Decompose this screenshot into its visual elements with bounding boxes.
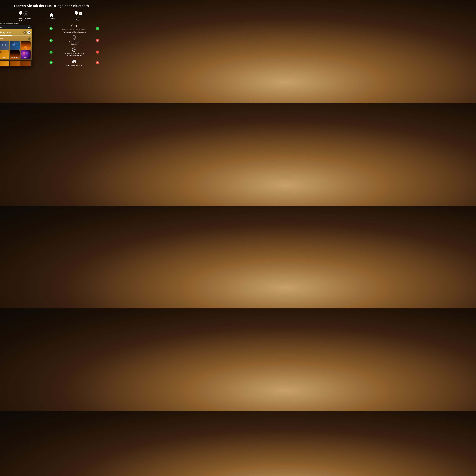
scene-card-relax[interactable]: ✏️ Relax: [0, 50, 9, 59]
svg-rect-26: [73, 36, 75, 39]
scene-card-tropical[interactable]: ··· Tropical Twilight: [10, 50, 20, 59]
svg-point-23: [72, 26, 72, 26]
scene-label-relax: Relax: [0, 57, 9, 59]
feature-left-check-1: [50, 27, 54, 30]
top-comparison: * Ganzes Haus und Außenbereich Reichweit…: [0, 11, 103, 22]
feature-center-1: Einfache Erstellung von Szenen mitder Ap…: [54, 24, 94, 33]
bt-cross-remote: [96, 61, 99, 64]
feature-left-check-3: [50, 51, 54, 54]
content-area: *Philips Hue Bridge separat erhältlich: [0, 23, 103, 88]
room-title: Living room: [0, 31, 11, 34]
scenes-grid: Read Concentrate: [0, 41, 31, 59]
svg-marker-9: [50, 13, 53, 17]
plug-icon: [72, 35, 76, 40]
lamp-icon: [18, 11, 23, 16]
feature-scene-creation: Einfache Erstellung von Szenen mitder Ap…: [50, 24, 99, 33]
feature-left-check-2: [50, 39, 54, 42]
bt-icons-row: [74, 11, 83, 16]
feature-desc-3: Einstellen von Routinen, Timernund Autom…: [64, 52, 85, 57]
scene-card-savannah[interactable]: Savannah Sunset: [20, 41, 31, 50]
room-controls: ···: [23, 31, 31, 34]
phone-frame: Living room ···: [0, 25, 32, 68]
bt-cross-accessories: [96, 39, 99, 42]
svg-rect-1: [20, 14, 21, 14]
svg-point-25: [76, 25, 77, 26]
battery-icon: [28, 27, 30, 28]
soho-circles: [23, 52, 28, 54]
add-scene-button[interactable]: +: [28, 37, 31, 40]
room-dots-button[interactable]: ···: [23, 31, 27, 34]
home-icon: [49, 13, 54, 17]
feature-desc-4: Steuerung von unterwegs: [66, 64, 83, 66]
bridge-check-routines: [50, 51, 52, 54]
bluetooth-column: Ein Raum: [63, 11, 93, 21]
scene-edit-overlay[interactable]: ✏️: [0, 51, 2, 53]
feature-desc-2: Installation von smartemZubehör: [66, 41, 83, 45]
svg-rect-12: [76, 14, 77, 15]
wifi-icon: [1, 27, 2, 28]
page-container: Starten Sie mit der Hue Bridge oder Blue…: [0, 0, 103, 103]
room-power-button[interactable]: [27, 31, 31, 34]
feature-left-check-4: [50, 61, 54, 64]
feature-center-4: Steuerung von unterwegs: [54, 59, 94, 66]
phone-notch: [11, 26, 20, 28]
clock-icon: [72, 48, 76, 52]
bottom-scene-1: [0, 61, 9, 66]
page-title: Starten Sie mit der Hue Bridge oder Blue…: [0, 0, 103, 11]
svg-rect-2: [20, 14, 21, 15]
voice-icon: [75, 24, 78, 28]
scene-card-read[interactable]: Read: [0, 41, 9, 50]
bluetooth-label: Ein Raum: [76, 17, 81, 21]
svg-marker-10: [75, 11, 78, 14]
bridge-asterisk: *: [29, 12, 31, 15]
svg-marker-0: [19, 11, 22, 14]
scene-card-concentrate[interactable]: Concentrate: [10, 41, 20, 50]
phone-container: *Philips Hue Bridge separat erhältlich: [0, 23, 35, 68]
feature-right-mark-4: [94, 61, 99, 64]
brightness-fill: [0, 35, 12, 36]
remote-home-icon: [72, 59, 77, 63]
feature-right-mark-2: [94, 39, 99, 42]
bt-cross-routines: [96, 51, 99, 54]
scenes-header: SCENES +: [0, 37, 31, 40]
svg-rect-13: [76, 15, 77, 15]
svg-line-22: [15, 54, 15, 57]
room-header: Living room ···: [0, 29, 32, 34]
feature-smart-accessories: Installation von smartemZubehör: [50, 35, 99, 45]
concentrate-circles: [12, 42, 17, 47]
bottom-scene-2: [10, 61, 20, 66]
feature-right-mark-3: [94, 51, 99, 54]
nfc-icon: [70, 24, 74, 28]
feature-remote-control: Steuerung von unterwegs: [50, 59, 99, 66]
scene-label-tropical: Tropical Twilight: [10, 57, 20, 59]
bridge-check-accessories: [50, 39, 52, 42]
concentric-inner: [13, 43, 16, 46]
scene-card-soho[interactable]: Soho: [20, 50, 31, 59]
reach-label: Reichweite: [47, 17, 55, 19]
scene-label-savannah: Savannah Sunset: [20, 46, 31, 50]
brightness-thumb: [11, 35, 13, 36]
bt-lamp-icon: [74, 11, 78, 16]
bar3: [0, 27, 0, 28]
svg-point-6: [25, 13, 26, 14]
brightness-slider[interactable]: [0, 35, 31, 36]
feature-right-mark-1: [94, 27, 99, 30]
signal-bars: [0, 27, 1, 28]
bridge-check-remote: [50, 61, 52, 64]
phone-screen: Living room ···: [0, 29, 32, 67]
bar4: [0, 27, 1, 28]
feature-center-2: Installation von smartemZubehör: [54, 35, 94, 45]
read-icon: [2, 43, 6, 47]
feature-desc-1: Einfache Erstellung von Szenen mitder Ap…: [62, 29, 86, 33]
svg-point-7: [26, 13, 26, 14]
status-bar: [0, 25, 32, 29]
signal-area: [0, 27, 2, 28]
bottom-scene-3: [20, 61, 31, 66]
bridge-icons-row: *: [18, 11, 31, 16]
scenes-section: SCENES +: [0, 36, 32, 60]
palm-tree-icon: [12, 52, 17, 57]
concentric-core: [14, 44, 16, 46]
scene-label-soho: Soho: [20, 57, 31, 59]
nfc-voice-icons: [70, 24, 78, 28]
feature-routines: Einstellen von Routinen, Timernund Autom…: [50, 48, 99, 57]
